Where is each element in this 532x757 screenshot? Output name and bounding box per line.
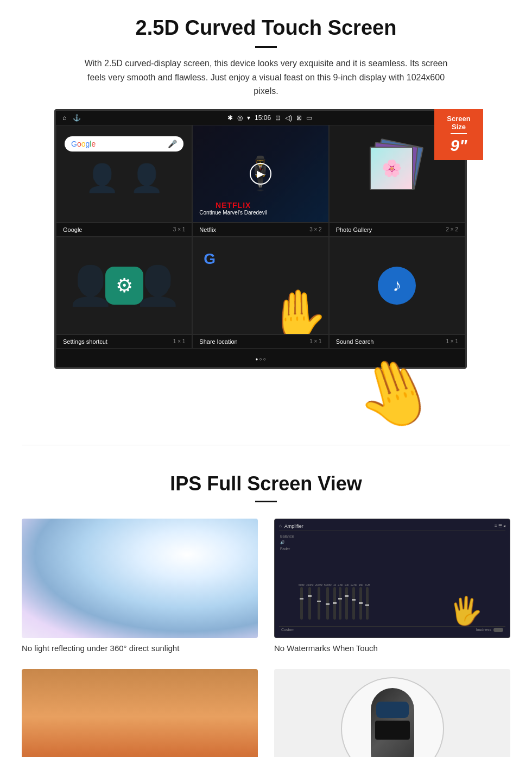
amp-title: Amplifier (284, 523, 303, 529)
slider-label-4: 500hz (324, 583, 332, 586)
bluetooth-icon: ✱ (227, 114, 233, 122)
x-icon: ⊠ (296, 114, 302, 122)
slider-col-5: 1k (333, 583, 336, 620)
slider-thumb-6 (338, 598, 342, 600)
google-search-bar[interactable]: Google 🎤 (65, 136, 183, 152)
screen-size-badge: Screen Size 9" (434, 109, 483, 160)
slider-label-8: 12.5k (351, 583, 357, 586)
status-bar: ⌂ ⚓ ✱ ◎ ▾ 15:06 ⊡ ◁) ⊠ ▭ (56, 111, 465, 125)
slider-track-2 (308, 587, 311, 620)
feature-car: Large Viewing Angle (274, 669, 510, 757)
slider-thumb-7 (345, 595, 349, 597)
feature-img-car (274, 669, 510, 757)
app-cell-settings[interactable]: 👤 👤 ⚙ (56, 237, 192, 335)
slider-col-3: 200hz (315, 583, 322, 620)
label-photo-size: 2 × 2 (446, 226, 458, 232)
badge-divider (451, 133, 467, 134)
slider-track-3 (318, 587, 320, 620)
app-grid-row1: Google 🎤 👤 👤 🕴 ▶ (56, 125, 465, 223)
slider-label-1: 60hz (299, 583, 305, 586)
app-cell-share-location[interactable]: G 🤚 (192, 237, 328, 335)
slider-label-5: 1k (333, 583, 336, 586)
flower-icon: 🌸 (382, 159, 402, 178)
car-roof (375, 721, 410, 740)
label-netflix-size: 3 × 2 (309, 226, 322, 232)
amp-home-icon: ⌂ (279, 523, 282, 528)
amp-balance-label: Balance (280, 534, 296, 538)
netflix-logo: NETFLIX (199, 201, 267, 210)
slider-thumb-2 (308, 595, 312, 597)
badge-size: 9" (442, 136, 476, 155)
slider-track-5 (333, 587, 336, 620)
section1-title: 2.5D Curved Touch Screen (33, 16, 499, 40)
label-share: Share location 1 × 1 (192, 335, 328, 349)
badge-label: Screen Size (442, 115, 476, 131)
slider-thumb-5 (333, 602, 337, 604)
section2-title: IPS Full Screen View (22, 472, 510, 495)
app-grid-row2: 👤 👤 ⚙ G 🤚 (56, 237, 465, 335)
device-frame: ⌂ ⚓ ✱ ◎ ▾ 15:06 ⊡ ◁) ⊠ ▭ (54, 109, 467, 369)
car-body-shape (371, 688, 414, 757)
google-logo: Google (71, 140, 96, 148)
slider-thumb-9 (359, 602, 363, 604)
status-bar-center: ✱ ◎ ▾ 15:06 ⊡ ◁) ⊠ ▭ (227, 114, 312, 122)
slider-col-7: 10k (344, 583, 349, 620)
slider-thumb-3 (317, 601, 321, 602)
amp-header: ⌂ Amplifier ≡ ☰ ◂ (279, 523, 505, 531)
photo-card-front: 🌸 (370, 147, 413, 190)
amp-vol-icon: 🔊 (280, 540, 296, 545)
section-ips: IPS Full Screen View No light reflecting… (0, 462, 532, 757)
amp-labels: Balance 🔊 Fader (280, 534, 296, 625)
slider-label-6: 2.5k (338, 583, 343, 586)
wifi-icon: ▾ (247, 114, 250, 122)
amp-loudness-label: loudness (476, 628, 491, 632)
slider-track-6 (339, 587, 341, 620)
feature-amplifier: ⌂ Amplifier ≡ ☰ ◂ Balance 🔊 Fader 60hz (274, 519, 510, 653)
time-display: 15:06 (255, 114, 271, 122)
location-icon: ◎ (237, 114, 243, 122)
label-share-size: 1 × 1 (309, 338, 322, 344)
app-cell-google[interactable]: Google 🎤 👤 👤 (56, 125, 192, 223)
amp-content: Balance 🔊 Fader 60hz 100hz (279, 533, 505, 626)
app-cell-sound-search[interactable]: ♪ (329, 237, 465, 335)
label-settings-size: 1 × 1 (173, 338, 186, 344)
slider-label-sub: SUB (365, 583, 370, 586)
slider-col-1: 60hz (299, 583, 305, 620)
sunlight-gradient (22, 519, 258, 638)
label-google-size: 3 × 1 (173, 226, 186, 232)
app-cell-netflix[interactable]: 🕴 ▶ NETFLIX Continue Marvel's Daredevil (192, 125, 328, 223)
slider-track-4 (326, 587, 329, 620)
slider-thumb-4 (326, 603, 330, 605)
feature-sunlight: No light reflecting under 360° direct su… (22, 519, 258, 653)
home-icon[interactable]: ⌂ (62, 114, 66, 122)
section-curved-screen: 2.5D Curved Touch Screen With 2.5D curve… (0, 0, 532, 428)
slider-col-4: 500hz (324, 583, 332, 620)
slider-col-2: 100hz (306, 583, 314, 620)
slider-track-1 (300, 587, 303, 620)
cheetah-icon: 🐆 (119, 750, 160, 757)
photo-stack: 🌸 (370, 147, 424, 201)
mic-icon: 🎤 (168, 140, 177, 148)
netflix-info: NETFLIX Continue Marvel's Daredevil (199, 201, 267, 216)
netflix-play-button[interactable]: ▶ (250, 163, 271, 185)
feature-img-cheetah: 🐆 (22, 669, 258, 757)
amp-hand-icon: 🖐 (449, 595, 483, 627)
slider-track-8 (352, 587, 355, 620)
app-labels-row2: Settings shortcut 1 × 1 Share location 1… (56, 335, 465, 349)
amp-toggle (493, 628, 503, 632)
slider-col-8: 12.5k (351, 583, 357, 620)
feature-label-amplifier: No Watermarks When Touch (274, 644, 510, 653)
status-bar-left: ⌂ ⚓ (62, 114, 81, 122)
bg-icon-person1: 👤 (85, 162, 119, 194)
label-google-name: Google (63, 226, 82, 233)
label-photo-name: Photo Gallery (336, 226, 372, 233)
hand-pointing-icon: 🤚 (268, 291, 328, 335)
gmaps-icon: G (204, 245, 216, 269)
device-mockup: Screen Size 9" ⌂ ⚓ ✱ ◎ ▾ 15:06 ⊡ ◁) ⊠ (54, 109, 478, 418)
label-sound-name: Sound Search (336, 338, 374, 345)
slider-col-sub: SUB (365, 583, 370, 620)
section1-description: With 2.5D curved-display screen, this de… (76, 56, 456, 98)
slider-thumb-8 (352, 599, 356, 601)
feature-img-sunlight (22, 519, 258, 638)
label-settings-name: Settings shortcut (63, 338, 107, 345)
